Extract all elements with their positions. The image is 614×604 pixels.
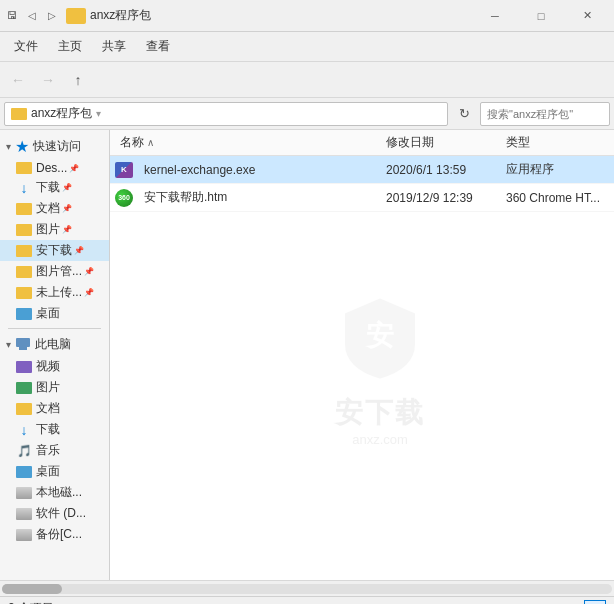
status-count: 2 个项目	[8, 600, 54, 604]
folder-icon	[16, 403, 32, 415]
sidebar-item-desktop2[interactable]: 桌面	[0, 303, 109, 324]
forward-button[interactable]: →	[34, 66, 62, 94]
toolbar: ← → ↑	[0, 62, 614, 98]
file-date: 2020/6/1 13:59	[380, 160, 500, 180]
sidebar-item-desktop[interactable]: Des... 📌	[0, 159, 109, 177]
pin-icon: 📌	[74, 246, 84, 255]
sidebar-item-software[interactable]: 软件 (D...	[0, 503, 109, 524]
window-controls: ─ □ ✕	[472, 0, 610, 32]
folder-icon	[16, 361, 32, 373]
close-button[interactable]: ✕	[564, 0, 610, 32]
column-type[interactable]: 类型	[500, 130, 610, 155]
sidebar-quick-access-label: 快速访问	[33, 138, 81, 155]
sidebar-item-label: 下载	[36, 179, 60, 196]
sidebar-item-docs[interactable]: 文档 📌	[0, 198, 109, 219]
sidebar-item-label: 未上传...	[36, 284, 82, 301]
sidebar-item-imgmgr[interactable]: 图片管... 📌	[0, 261, 109, 282]
watermark-text: 安下载	[335, 394, 425, 432]
sidebar-item-download[interactable]: ↓ 下载 📌	[0, 177, 109, 198]
minimize-button[interactable]: ─	[472, 0, 518, 32]
menu-share[interactable]: 共享	[92, 34, 136, 59]
sidebar-item-label: 软件 (D...	[36, 505, 86, 522]
save-icon: 🖫	[4, 8, 20, 24]
column-name[interactable]: 名称 ∧	[114, 130, 380, 155]
maximize-button[interactable]: □	[518, 0, 564, 32]
folder-icon	[16, 287, 32, 299]
table-row[interactable]: 360 安下载帮助.htm 2019/12/9 12:39 360 Chrome…	[110, 184, 614, 212]
watermark-shield-icon: 安	[340, 293, 420, 383]
file-icon-htm: 360	[114, 190, 134, 206]
refresh-button[interactable]: ↻	[452, 102, 476, 126]
menu-bar: 文件 主页 共享 查看	[0, 32, 614, 62]
pin-icon: 📌	[84, 288, 94, 297]
sidebar-item-label: 桌面	[36, 305, 60, 322]
pin-icon: 📌	[62, 204, 72, 213]
file-table-header: 名称 ∧ 修改日期 类型	[110, 130, 614, 156]
sidebar-item-dl2[interactable]: ↓ 下载	[0, 419, 109, 440]
sidebar-item-anxz[interactable]: 安下载 📌	[0, 240, 109, 261]
column-date[interactable]: 修改日期	[380, 130, 500, 155]
window-title: anxz程序包	[90, 7, 472, 24]
title-bar-icons: 🖫 ◁ ▷	[4, 8, 60, 24]
pc-icon	[15, 338, 31, 352]
sidebar-item-music[interactable]: 🎵 音乐	[0, 440, 109, 461]
view-grid-button[interactable]: ⊞	[584, 600, 606, 605]
breadcrumb-path: anxz程序包	[31, 105, 92, 122]
folder-icon	[16, 382, 32, 394]
title-folder-icon	[66, 8, 86, 24]
view-list-button[interactable]: ≡	[560, 600, 582, 605]
up-button[interactable]: ↑	[64, 66, 92, 94]
folder-icon	[16, 466, 32, 478]
sidebar-item-label: 下载	[36, 421, 60, 438]
folder-icon	[16, 245, 32, 257]
sidebar-item-label: 备份[C...	[36, 526, 82, 543]
sidebar-item-pic2[interactable]: 图片	[0, 377, 109, 398]
sidebar-pc-label: 此电脑	[35, 336, 71, 353]
sidebar-pc-header[interactable]: ▾ 此电脑	[0, 333, 109, 356]
file-date: 2019/12/9 12:39	[380, 188, 500, 208]
sidebar-item-label: 本地磁...	[36, 484, 82, 501]
pin-icon: 📌	[69, 164, 79, 173]
search-input[interactable]	[487, 108, 614, 120]
file-icon-exe: K	[114, 162, 134, 178]
sidebar-item-label: 图片管...	[36, 263, 82, 280]
pin-icon: 📌	[62, 183, 72, 192]
drive-icon	[16, 508, 32, 520]
file-type: 应用程序	[500, 158, 610, 181]
sidebar-item-local-disk[interactable]: 本地磁...	[0, 482, 109, 503]
sidebar-item-doc2[interactable]: 文档	[0, 398, 109, 419]
sidebar-item-label: 桌面	[36, 463, 60, 480]
breadcrumb-folder-icon	[11, 108, 27, 120]
back-button[interactable]: ←	[4, 66, 32, 94]
scrollbar-thumb	[2, 584, 62, 594]
folder-icon	[16, 266, 32, 278]
table-row[interactable]: K kernel-exchange.exe 2020/6/1 13:59 应用程…	[110, 156, 614, 184]
address-bar: anxz程序包 ▾ ↻ 🔍	[0, 98, 614, 130]
breadcrumb[interactable]: anxz程序包 ▾	[4, 102, 448, 126]
htm-360-icon: 360	[115, 189, 133, 207]
sidebar-item-upload[interactable]: 未上传... 📌	[0, 282, 109, 303]
svg-text:安: 安	[364, 319, 394, 351]
menu-file[interactable]: 文件	[4, 34, 48, 59]
sidebar-item-video[interactable]: 视频	[0, 356, 109, 377]
sidebar-quick-access-header[interactable]: ▾ ★ 快速访问	[0, 134, 109, 159]
scrollbar-track	[2, 584, 612, 594]
title-bar: 🖫 ◁ ▷ anxz程序包 ─ □ ✕	[0, 0, 614, 32]
menu-view[interactable]: 查看	[136, 34, 180, 59]
drive-icon	[16, 487, 32, 499]
sidebar-item-pictures[interactable]: 图片 📌	[0, 219, 109, 240]
sidebar: ▾ ★ 快速访问 Des... 📌 ↓ 下载 📌 文档 📌 图片 📌 安下载	[0, 130, 110, 580]
sidebar-item-label: 安下载	[36, 242, 72, 259]
sidebar-item-desktop3[interactable]: 桌面	[0, 461, 109, 482]
download-icon: ↓	[16, 181, 32, 195]
breadcrumb-arrow: ▾	[96, 108, 101, 119]
watermark-url: anxz.com	[335, 432, 425, 447]
menu-home[interactable]: 主页	[48, 34, 92, 59]
prev-icon: ◁	[24, 8, 40, 24]
folder-icon	[16, 308, 32, 320]
sidebar-item-label: Des...	[36, 161, 67, 175]
download-icon: ↓	[16, 423, 32, 437]
horizontal-scrollbar[interactable]	[0, 580, 614, 596]
file-name: 安下载帮助.htm	[138, 186, 380, 209]
sidebar-item-backup[interactable]: 备份[C...	[0, 524, 109, 545]
